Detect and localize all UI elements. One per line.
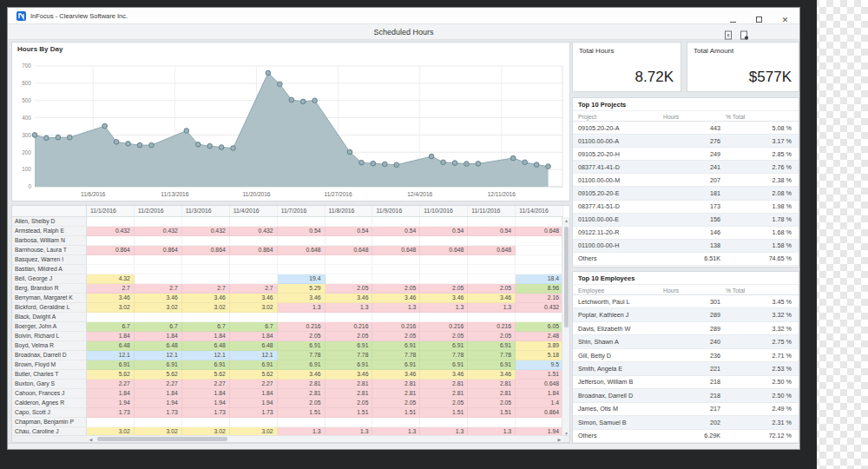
schedule-cell[interactable]: [135, 313, 182, 322]
schedule-cell[interactable]: 2.81: [420, 380, 468, 389]
schedule-cell[interactable]: 2.81: [372, 389, 420, 399]
schedule-cell[interactable]: 1.94: [87, 399, 135, 408]
employee-name-cell[interactable]: Calderon, Agnes R: [12, 399, 87, 408]
schedule-cell[interactable]: 0.864: [135, 246, 182, 255]
schedule-cell[interactable]: 3.02: [135, 303, 182, 313]
schedule-cell[interactable]: 2.05: [278, 332, 326, 341]
schedule-cell[interactable]: 6.7: [87, 322, 135, 332]
schedule-cell[interactable]: 1.84: [230, 389, 278, 399]
schedule-cell[interactable]: 3.89: [516, 341, 563, 351]
schedule-cell[interactable]: 2.81: [278, 389, 326, 399]
schedule-cell[interactable]: 18.4: [516, 274, 563, 284]
schedule-cell[interactable]: 2.81: [278, 380, 326, 389]
chart-point[interactable]: [44, 135, 49, 141]
chart-point[interactable]: [347, 149, 352, 155]
schedule-cell[interactable]: [87, 236, 135, 246]
schedule-cell[interactable]: 1.94: [135, 399, 182, 408]
schedule-cell[interactable]: 6.48: [135, 341, 182, 351]
schedule-cell[interactable]: 6.91: [468, 360, 516, 370]
project-row[interactable]: 01100.00-00-H1381.58 %: [573, 240, 799, 253]
schedule-cell[interactable]: 1.84: [87, 332, 135, 341]
schedule-cell[interactable]: 6.48: [87, 341, 135, 351]
schedule-cell[interactable]: 2.7: [135, 284, 182, 294]
schedule-cell[interactable]: [230, 274, 278, 284]
schedule-cell[interactable]: 2.7: [182, 284, 230, 294]
schedule-cell[interactable]: 2.05: [372, 284, 420, 294]
schedule-cell[interactable]: 6.91: [420, 341, 468, 351]
schedule-cell[interactable]: 0.648: [372, 246, 420, 255]
schedule-cell[interactable]: [516, 217, 563, 227]
project-row[interactable]: 09122.11-20-R1461.68 %: [573, 227, 799, 240]
schedule-cell[interactable]: 3.46: [468, 370, 516, 380]
project-row[interactable]: 08377.41-51-D1731.98 %: [573, 201, 799, 214]
schedule-cell[interactable]: 1.51: [372, 408, 420, 418]
schedule-cell[interactable]: 6.91: [278, 360, 326, 370]
schedule-cell[interactable]: 8.96: [516, 284, 563, 294]
employee-row[interactable]: Others6.29K72.12 %: [573, 430, 799, 443]
schedule-cell[interactable]: [516, 418, 563, 427]
schedule-cell[interactable]: 0.864: [182, 246, 230, 255]
chart-point[interactable]: [56, 135, 61, 140]
schedule-cell[interactable]: 0.54: [278, 227, 326, 236]
schedule-cell[interactable]: [372, 217, 420, 227]
schedule-cell[interactable]: [420, 265, 468, 274]
schedule-cell[interactable]: 1.51: [326, 408, 373, 418]
schedule-cell[interactable]: 2.05: [420, 399, 468, 408]
schedule-cell[interactable]: [87, 265, 135, 274]
schedule-cell[interactable]: [326, 274, 373, 284]
employee-row[interactable]: Letchworth, Paul L3013.45 %: [573, 295, 799, 308]
schedule-cell[interactable]: 6.91: [326, 360, 373, 370]
schedule-cell[interactable]: 1.3: [372, 303, 420, 313]
schedule-cell[interactable]: 2.05: [420, 332, 468, 341]
schedule-cell[interactable]: [468, 255, 516, 265]
chart-point[interactable]: [219, 145, 224, 150]
schedule-cell[interactable]: [182, 255, 230, 265]
schedule-cell[interactable]: [516, 236, 563, 246]
schedule-cell[interactable]: 2.7: [230, 284, 278, 294]
schedule-cell[interactable]: 0.432: [230, 227, 278, 236]
schedule-cell[interactable]: 2.05: [468, 284, 516, 294]
chart-point[interactable]: [231, 146, 236, 151]
date-column-header[interactable]: 11/1/2016: [87, 206, 135, 216]
schedule-cell[interactable]: 6.48: [230, 341, 278, 351]
schedule-cell[interactable]: 3.46: [326, 294, 373, 303]
schedule-cell[interactable]: 0.216: [468, 322, 516, 332]
schedule-cell[interactable]: 3.46: [372, 294, 420, 303]
schedule-cell[interactable]: 1.84: [135, 332, 182, 341]
chart-point[interactable]: [278, 82, 283, 87]
employee-name-cell[interactable]: Boyd, Velma R: [12, 341, 87, 351]
schedule-cell[interactable]: [372, 313, 420, 322]
schedule-cell[interactable]: [87, 255, 135, 265]
employee-row[interactable]: Smith, Angela E2212.53 %: [573, 362, 799, 375]
schedule-cell[interactable]: 9.5: [516, 360, 563, 370]
schedule-cell[interactable]: [278, 217, 326, 227]
schedule-cell[interactable]: 2.05: [420, 284, 468, 294]
date-column-header[interactable]: 11/3/2016: [182, 206, 230, 216]
schedule-cell[interactable]: 1.51: [420, 408, 468, 418]
schedule-cell[interactable]: [468, 418, 516, 427]
schedule-cell[interactable]: 0.216: [372, 322, 420, 332]
schedule-cell[interactable]: 5.62: [135, 370, 182, 380]
schedule-cell[interactable]: 1.84: [135, 389, 182, 399]
schedule-cell[interactable]: 6.7: [230, 322, 278, 332]
schedule-cell[interactable]: 2.81: [420, 389, 468, 399]
schedule-cell[interactable]: 2.05: [326, 284, 373, 294]
scroll-right-icon[interactable]: ▶: [556, 437, 563, 442]
chart-point[interactable]: [546, 164, 551, 169]
schedule-cell[interactable]: [420, 418, 468, 427]
schedule-cell[interactable]: [326, 418, 373, 427]
chart-point[interactable]: [534, 162, 539, 168]
chart-point[interactable]: [184, 129, 189, 134]
employee-name-cell[interactable]: Barnhouse, Laura T: [12, 246, 87, 255]
employee-row[interactable]: Jefferson, William B2182.50 %: [573, 376, 799, 389]
schedule-cell[interactable]: [420, 217, 468, 227]
schedule-cell[interactable]: 0.432: [135, 227, 182, 236]
chart-point[interactable]: [510, 155, 516, 161]
schedule-cell[interactable]: 6.91: [135, 360, 182, 370]
schedule-cell[interactable]: [230, 265, 278, 274]
schedule-cell[interactable]: 1.73: [87, 408, 135, 418]
schedule-cell[interactable]: 7.78: [420, 351, 468, 360]
schedule-cell[interactable]: 5.62: [230, 370, 278, 380]
schedule-cell[interactable]: 3.46: [372, 370, 420, 380]
schedule-cell[interactable]: [420, 274, 468, 284]
